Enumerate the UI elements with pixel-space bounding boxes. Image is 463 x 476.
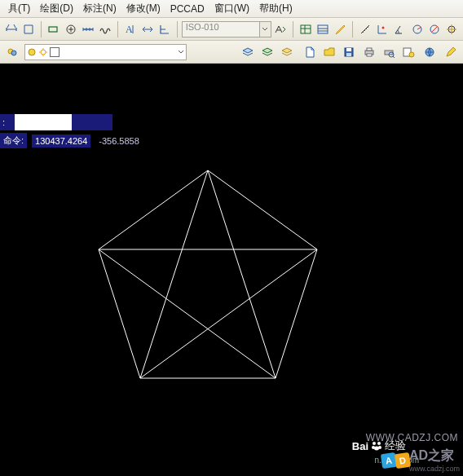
layer-stack2-icon[interactable] <box>258 43 276 61</box>
dim-radius-icon[interactable] <box>409 20 425 38</box>
edit-pencil-icon[interactable] <box>442 43 460 61</box>
menu-draw[interactable]: 绘图(D) <box>35 0 78 17</box>
svg-text:A: A <box>126 24 133 35</box>
menu-tools[interactable]: 具(T) <box>3 0 35 17</box>
dimstyle-name: ISO-010 <box>182 21 260 37</box>
table-blue-icon[interactable] <box>315 20 330 38</box>
menu-help[interactable]: 帮助(H) <box>254 0 298 17</box>
save-file-icon[interactable] <box>340 43 358 61</box>
dimension-toolbar: A ISO-010 <box>0 18 463 41</box>
dim-circle-plus-icon[interactable] <box>63 20 78 38</box>
dim-diameter-icon[interactable] <box>426 20 442 38</box>
svg-line-26 <box>140 170 208 378</box>
svg-rect-14 <box>346 48 351 51</box>
coord-tool-icon[interactable] <box>374 20 390 38</box>
globe-icon[interactable] <box>421 43 439 61</box>
layer-file-toolbar <box>0 41 463 64</box>
dim-baseline-icon[interactable] <box>139 20 155 38</box>
print-icon[interactable] <box>360 43 378 61</box>
dim-ordinate-icon[interactable] <box>157 20 173 38</box>
dim-linear-icon[interactable] <box>3 20 19 38</box>
svg-line-29 <box>99 249 276 378</box>
svg-point-34 <box>374 447 379 451</box>
text-tool-icon[interactable]: A <box>122 20 138 38</box>
menu-bar: 具(T) 绘图(D) 标注(N) 修改(M) PCCAD 窗口(W) 帮助(H) <box>0 0 463 18</box>
measure-tool-icon[interactable] <box>357 20 373 38</box>
dim-aligned-icon[interactable] <box>20 20 36 38</box>
chevron-down-icon <box>178 49 184 55</box>
svg-point-30 <box>373 442 376 445</box>
open-file-icon[interactable] <box>320 43 338 61</box>
chevron-down-icon[interactable] <box>260 21 271 37</box>
svg-point-31 <box>377 442 381 445</box>
print-preview-icon[interactable] <box>380 43 398 61</box>
menu-pccad[interactable]: PCCAD <box>165 2 209 16</box>
callout-icon[interactable] <box>333 20 348 38</box>
svg-point-5 <box>381 26 384 29</box>
cadzj-watermark: A D AD之家 www.cadzj.com <box>381 447 460 473</box>
svg-marker-24 <box>99 170 317 378</box>
new-file-icon[interactable] <box>301 43 319 61</box>
layer-light-icon[interactable] <box>3 43 21 61</box>
svg-rect-4 <box>318 25 328 33</box>
svg-rect-17 <box>367 48 372 51</box>
layer-sun-icon <box>38 47 48 57</box>
menu-window[interactable]: 窗口(W) <box>209 0 254 17</box>
svg-rect-3 <box>301 25 311 33</box>
plot-settings-icon[interactable] <box>399 43 417 61</box>
dim-update-icon[interactable] <box>273 20 289 38</box>
svg-line-25 <box>208 170 276 378</box>
svg-rect-15 <box>346 53 351 56</box>
menu-annotate[interactable]: 标注(N) <box>78 0 121 17</box>
dim-wave-icon[interactable] <box>98 20 113 38</box>
dim-continue-icon[interactable] <box>80 20 95 38</box>
badge-d-icon: D <box>395 452 411 468</box>
svg-point-12 <box>41 50 46 55</box>
dim-center-icon[interactable] <box>444 20 460 38</box>
svg-rect-0 <box>49 27 57 32</box>
layer-stack1-icon[interactable] <box>239 43 257 61</box>
svg-rect-18 <box>367 54 372 56</box>
layer-dropdown[interactable] <box>24 44 187 60</box>
svg-point-22 <box>409 52 414 57</box>
table-green-icon[interactable] <box>298 20 313 38</box>
drawing-content <box>0 64 463 476</box>
brand-text: AD之家 <box>409 448 454 462</box>
svg-line-27 <box>140 249 317 378</box>
layer-bulb-icon <box>27 47 37 57</box>
dim-box-icon[interactable] <box>46 20 61 38</box>
drawing-canvas[interactable]: : 命令: 130437.4264 -356.5858 WWW.CADZJ.CO… <box>0 64 463 476</box>
svg-point-11 <box>29 49 35 55</box>
dim-angular-icon[interactable] <box>392 20 408 38</box>
menu-modify[interactable]: 修改(M) <box>121 0 165 17</box>
svg-point-10 <box>11 51 16 55</box>
layer-color-swatch <box>50 47 60 57</box>
dimstyle-select[interactable]: ISO-010 <box>182 21 271 37</box>
layer-stack3-icon[interactable] <box>278 43 296 61</box>
brand-url: www.cadzj.com <box>409 465 460 473</box>
